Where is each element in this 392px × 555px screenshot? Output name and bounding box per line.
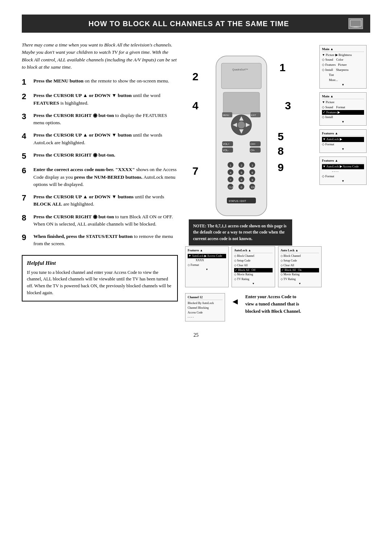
intro-text: There may come a time when you want to B… (22, 41, 178, 71)
step-text-7: Press the CURSOR UP ▲ or DOWN ▼ buttons … (33, 193, 178, 208)
access-code-panel: Features ▲ ▼ AutoLock ▶ Access Code - - … (319, 157, 367, 185)
channel-blocked-panel: Channel 12 Blocked By AutoLock Channel B… (185, 293, 225, 321)
step-text-2: Press the CURSOR UP ▲ or DOWN ▼ button u… (33, 92, 178, 107)
svg-text:7: 7 (230, 178, 232, 182)
arrow-left-icon: ◄ (231, 297, 240, 307)
step-7: 7 Press the CURSOR UP ▲ or DOWN ▼ button… (22, 193, 178, 208)
page-title: How to Block All Channels at the Same Ti… (29, 20, 348, 28)
note-box: NOTE: The 0,7,1,1 access code shown on t… (189, 219, 292, 246)
step-2: 2 Press the CURSOR UP ▲ or DOWN ▼ button… (22, 92, 178, 107)
header-bar: How to Block All Channels at the Same Ti… (22, 15, 370, 33)
step-number-7: 7 (22, 193, 30, 203)
svg-point-12 (238, 121, 245, 129)
step-number-4: 4 (22, 131, 30, 141)
svg-text:VOL-: VOL- (223, 149, 229, 151)
svg-text:4: 4 (230, 171, 232, 174)
step-text-8: Press the CURSOR RIGHT ◉ but-ton to turn… (33, 213, 178, 228)
svg-text:CH+: CH+ (250, 143, 256, 145)
svg-text:CH-: CH- (250, 149, 255, 151)
page: How to Block All Channels at the Same Ti… (0, 0, 392, 555)
svg-text:1: 1 (230, 164, 232, 167)
step-overlay-5: 5 (278, 130, 284, 143)
svg-text:CLR: CLR (229, 186, 234, 189)
step-overlay-9: 9 (278, 161, 284, 174)
svg-text:0: 0 (241, 186, 242, 189)
step-overlay-4: 4 (192, 100, 199, 112)
tv-icon (348, 18, 363, 29)
step-text-9: When finished, press the STATUS/EXIT but… (33, 233, 178, 248)
step-number-3: 3 (22, 112, 30, 121)
step-overlay-3: 3 (285, 100, 291, 112)
svg-text:6: 6 (252, 171, 253, 174)
svg-text:9: 9 (252, 178, 253, 182)
step-number-1: 1 (22, 77, 30, 87)
screen-panels: Main ▲ ▼ Picture ▶ Brightness ◇ Sound Co… (319, 45, 370, 185)
features-menu-panel: Main ▲ ▼ Picture ◇ Sound Format ✓ Featur… (319, 92, 367, 126)
step-8: 8 Press the CURSOR RIGHT ◉ but-ton to tu… (22, 213, 178, 228)
bottom-final-row: Channel 12 Blocked By AutoLock Channel B… (185, 293, 370, 321)
step-9: 9 When finished, press the STATUS/EXIT b… (22, 233, 178, 248)
step-number-5: 5 (22, 151, 30, 161)
step-text-4: Press the CURSOR UP ▲ or DOWN ▼ button u… (33, 131, 178, 146)
step-3: 3 Press the CURSOR RIGHT ◉ but-ton to di… (22, 112, 178, 127)
helpful-hint-title: Helpful Hint (27, 260, 173, 266)
svg-text:8: 8 (241, 178, 242, 182)
right-column: QuadraSurf™ MENU (185, 41, 370, 321)
helpful-hint-box: Helpful Hint If you tune to a blocked ch… (22, 255, 178, 301)
step-1: 1 Press the MENU button on the remote to… (22, 77, 178, 87)
svg-text:STATUS / EXIT: STATUS / EXIT (229, 200, 246, 202)
left-column: There may come a time when you want to B… (22, 41, 178, 321)
step-overlay-2: 2 (192, 70, 199, 83)
enter-code-text: Enter your Access Code toview a tuned ch… (245, 293, 301, 315)
steps-list: 1 Press the MENU button on the remote to… (22, 77, 178, 248)
svg-text:MENU: MENU (223, 114, 229, 116)
step-text-3: Press the CURSOR RIGHT ◉ but-ton to disp… (33, 112, 178, 127)
autolock-panel: Features ▲ ▼ AutoLock ▶ ◇ Format ▼ (319, 129, 367, 153)
step-6: 6 Enter the correct access code num-ber.… (22, 166, 178, 188)
helpful-hint-text: If you tune to a blocked channel and ent… (27, 269, 173, 296)
features-xxxx-panel: Features ▲ ▼ AutoLock ▶ Access Code XXXX… (185, 246, 229, 287)
step-text-5: Press the CURSOR RIGHT ◉ but-ton. (33, 151, 115, 159)
page-number: 25 (22, 332, 370, 338)
main-menu-panel: Main ▲ ▼ Picture ▶ Brightness ◇ Sound Co… (319, 45, 367, 89)
step-text-1: Press the MENU button on the remote to s… (33, 77, 169, 85)
step-4: 4 Press the CURSOR UP ▲ or DOWN ▼ button… (22, 131, 178, 146)
bottom-panels-row: Features ▲ ▼ AutoLock ▶ Access Code XXXX… (185, 246, 370, 287)
svg-text:2: 2 (241, 164, 242, 167)
svg-text:QuadraSurf™: QuadraSurf™ (232, 68, 248, 71)
svg-rect-6 (223, 92, 260, 114)
remote-diagram: QuadraSurf™ MENU (207, 52, 276, 228)
svg-rect-0 (350, 20, 361, 27)
svg-rect-4 (221, 63, 261, 89)
step-number-8: 8 (22, 213, 30, 223)
step-number-2: 2 (22, 92, 30, 101)
step-5: 5 Press the CURSOR RIGHT ◉ but-ton. (22, 151, 178, 161)
step-text-6: Enter the correct access code num-ber. "… (33, 166, 178, 188)
svg-text:3: 3 (252, 164, 253, 167)
svg-text:ENT: ENT (251, 186, 257, 189)
step-overlay-7: 7 (192, 165, 199, 177)
svg-text:EXIT: EXIT (251, 114, 256, 116)
block-all-off-panel: AutoLock ▲ ◇ Block Channel ◇ Setup Code … (232, 246, 275, 287)
step-overlay-1: 1 (279, 61, 286, 74)
svg-text:VOL+: VOL+ (223, 143, 229, 145)
block-all-on-panel: Auto Lock ▲ ◇ Block Channel ◇ Setup Code… (278, 246, 322, 287)
step-number-6: 6 (22, 166, 30, 175)
svg-text:5: 5 (241, 171, 242, 174)
step-overlay-8: 8 (278, 145, 284, 157)
step-number-9: 9 (22, 233, 30, 242)
